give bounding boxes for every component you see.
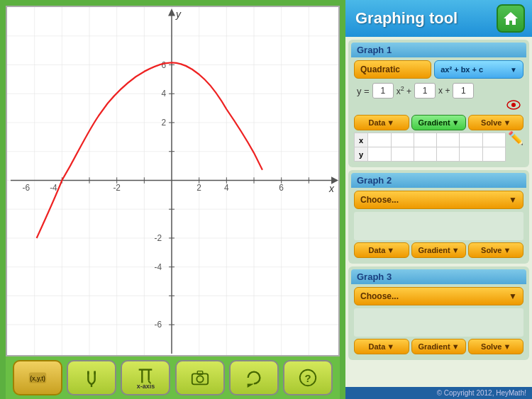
toolbar-btn-help[interactable]: ? <box>283 360 333 395</box>
right-header: Graphing tool <box>345 0 532 37</box>
coeff-b-box[interactable]: 1 <box>414 83 436 99</box>
x-cell-6[interactable] <box>482 133 505 147</box>
y-cell-2[interactable] <box>391 147 414 162</box>
graph2-solve-btn[interactable]: Solve ▼ <box>468 242 523 258</box>
graph-wrapper: y x -6 -4 -2 2 4 6 <box>7 7 338 355</box>
x-cell-3[interactable] <box>414 133 436 147</box>
y-cell-4[interactable] <box>437 147 460 162</box>
graph1-type-dropdown[interactable]: Quadratic <box>354 60 431 79</box>
solve-chevron: ▼ <box>503 118 511 127</box>
x-row-label: x <box>355 133 368 147</box>
pi-btn-label: x-axis <box>137 383 155 390</box>
g2-solve-chevron: ▼ <box>503 246 511 254</box>
data-chevron: ▼ <box>387 118 394 127</box>
x-cell-1[interactable] <box>368 133 391 147</box>
toolbar-btn-pi[interactable]: x-axis <box>121 360 170 395</box>
graph2-action-row: Data ▼ Gradient ▼ Solve ▼ <box>354 242 523 258</box>
coeff-c-box[interactable]: 1 <box>453 83 474 99</box>
right-panel: Graphing tool Graph 1 Quadratic ax² + bx… <box>345 0 532 399</box>
graphs-scroll: Graph 1 Quadratic ax² + bx + c ▼ y = 1 x… <box>345 37 532 387</box>
graph-svg: y x -6 -4 -2 2 4 6 <box>7 7 338 355</box>
svg-point-68 <box>196 376 203 382</box>
graph3-data-btn[interactable]: Data ▼ <box>354 339 409 354</box>
bottom-toolbar: (x,y,t) x-axis <box>6 356 340 399</box>
g3-solve-chevron: ▼ <box>503 342 511 351</box>
graph1-solve-btn[interactable]: Solve ▼ <box>468 115 523 130</box>
y-cell-5[interactable] <box>460 147 482 162</box>
table-edit-icon[interactable]: ✏️ <box>508 130 523 146</box>
graph1-data-table: x y <box>354 133 506 162</box>
svg-text:x: x <box>328 183 335 194</box>
graph2-data-btn[interactable]: Data ▼ <box>354 242 409 258</box>
toolbar-btn-refresh[interactable] <box>229 360 279 395</box>
visibility-toggle[interactable] <box>354 100 523 113</box>
graph3-choose-dropdown[interactable]: Choose... ▼ <box>354 287 523 305</box>
app-title: Graphing tool <box>355 9 458 28</box>
main-container: y x -6 -4 -2 2 4 6 <box>0 0 532 399</box>
graph2-content: Choose... ▼ Data ▼ Gradient ▼ <box>351 188 526 261</box>
graph3-disabled-area <box>354 308 523 337</box>
eq-prefix: y = <box>357 86 370 96</box>
graph1-gradient-btn[interactable]: Gradient ▼ <box>411 115 467 130</box>
toolbar-btn-camera[interactable] <box>175 360 225 395</box>
svg-marker-70 <box>247 383 253 388</box>
help-icon: ? <box>298 368 318 388</box>
g2-data-chevron: ▼ <box>387 246 394 254</box>
graph1-action-row: Data ▼ Gradient ▼ Solve ▼ <box>354 115 523 130</box>
graph1-section: Graph 1 Quadratic ax² + bx + c ▼ y = 1 x… <box>348 40 529 167</box>
svg-text:-4: -4 <box>50 183 57 193</box>
x-cell-2[interactable] <box>391 133 414 147</box>
svg-marker-73 <box>504 12 518 25</box>
x-label: x + <box>438 86 450 96</box>
graph2-dropdown-row: Choose... ▼ <box>354 191 523 209</box>
graph2-choose-dropdown[interactable]: Choose... ▼ <box>354 191 523 209</box>
svg-text:-2: -2 <box>155 233 162 243</box>
graph3-content: Choose... ▼ Data ▼ Gradient ▼ <box>351 284 526 357</box>
graph2-chevron: ▼ <box>509 195 517 205</box>
graph3-gradient-btn[interactable]: Gradient ▼ <box>411 339 467 354</box>
svg-text:(x,y,t): (x,y,t) <box>30 375 45 382</box>
graph2-gradient-btn[interactable]: Gradient ▼ <box>411 242 467 258</box>
coeff-a-box[interactable]: 1 <box>372 83 394 99</box>
graph3-chevron: ▼ <box>509 291 517 301</box>
left-panel: y x -6 -4 -2 2 4 6 <box>0 0 345 399</box>
svg-rect-0 <box>7 7 338 355</box>
home-icon <box>502 10 519 27</box>
y-cell-6[interactable] <box>482 147 505 162</box>
g3-gradient-chevron: ▼ <box>452 342 460 351</box>
svg-text:-4: -4 <box>155 262 162 272</box>
svg-text:-6: -6 <box>155 320 162 330</box>
toolbar-btn-tuning-fork[interactable] <box>67 360 116 395</box>
graph3-solve-btn[interactable]: Solve ▼ <box>468 339 523 354</box>
graph2-disabled-area <box>354 212 523 240</box>
x2-label: x2 + <box>397 85 411 96</box>
graph3-dropdown-row: Choose... ▼ <box>354 287 523 305</box>
x-cell-5[interactable] <box>460 133 482 147</box>
svg-text:6: 6 <box>279 183 284 193</box>
svg-text:?: ? <box>304 372 311 384</box>
graph1-content: Quadratic ax² + bx + c ▼ y = 1 x2 + 1 x … <box>351 57 526 164</box>
graph1-header: Graph 1 <box>351 43 526 57</box>
toolbar-btn-xy[interactable]: (x,y,t) <box>13 360 62 395</box>
svg-text:y: y <box>175 8 182 19</box>
graph3-action-row: Data ▼ Gradient ▼ Solve ▼ <box>354 339 523 354</box>
graph1-data-btn[interactable]: Data ▼ <box>354 115 409 130</box>
graph1-dropdown-row: Quadratic ax² + bx + c ▼ <box>354 60 523 79</box>
y-cell-3[interactable] <box>414 147 436 162</box>
home-button[interactable] <box>497 4 525 33</box>
x-cell-4[interactable] <box>437 133 460 147</box>
refresh-icon <box>244 368 264 388</box>
graph2-section: Graph 2 Choose... ▼ Data ▼ <box>348 170 529 264</box>
gradient-chevron: ▼ <box>452 118 460 127</box>
y-row-label: y <box>355 147 368 162</box>
y-cell-1[interactable] <box>368 147 391 162</box>
svg-text:4: 4 <box>224 183 229 193</box>
graph3-header: Graph 3 <box>351 269 526 284</box>
svg-text:2: 2 <box>161 118 166 128</box>
svg-text:4: 4 <box>161 89 166 99</box>
graph1-formula-dropdown[interactable]: ax² + bx + c ▼ <box>434 60 523 79</box>
g3-data-chevron: ▼ <box>387 342 394 351</box>
camera-icon <box>190 368 210 388</box>
tuning-fork-icon <box>82 368 101 388</box>
eye-icon <box>506 100 521 110</box>
